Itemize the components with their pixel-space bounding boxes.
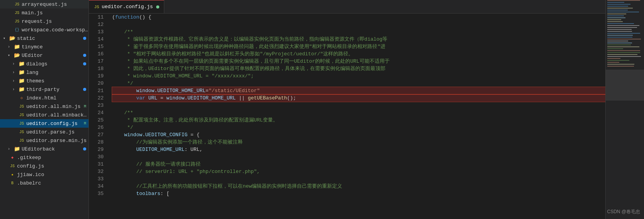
modified-dot xyxy=(83,37,86,40)
token: () { xyxy=(139,14,151,20)
tab-ueditor-config[interactable]: JS ueditor.config.js xyxy=(89,0,164,13)
chevron-icon xyxy=(12,62,19,66)
sidebar-item-third-party[interactable]: 📁third-party xyxy=(0,85,89,94)
code-line: //为编辑器实例添加一个路径，这个不能被注释 xyxy=(112,139,605,146)
tab-bar: JS ueditor.config.js xyxy=(89,0,605,14)
code-line: * 如果站点中有多个不在同一层级的页面需要实例化编辑器，且引用了同一UEdito… xyxy=(112,58,605,65)
token: = xyxy=(206,88,209,94)
chevron-icon xyxy=(12,79,19,83)
sidebar-item-label: ueditor.config.js xyxy=(26,121,84,127)
sidebar-item-ueditor-parse-min-js[interactable]: JSueditor.parse.min.js xyxy=(0,136,89,145)
sidebar-item-jjiaw-ico[interactable]: ★jjiaw.ico xyxy=(0,170,89,179)
sidebar-item-label: index.html xyxy=(26,95,89,101)
code-line xyxy=(112,175,605,183)
html-icon: ◇ xyxy=(19,96,25,100)
folder-icon: 📁 xyxy=(19,78,25,84)
sidebar-item-label: UEditorback xyxy=(22,146,83,152)
line-number: 22 xyxy=(89,94,104,102)
token: getUEBasePath xyxy=(248,95,287,101)
sidebar-item-gitkeep[interactable]: ◆.gitkeep xyxy=(0,153,89,162)
js-icon: JS xyxy=(19,113,25,117)
tab-js-icon: JS xyxy=(94,5,100,9)
editor-area: JS ueditor.config.js 1112131415161718192… xyxy=(89,0,605,219)
code-line: // serverUrl: URL + "php/controller.php"… xyxy=(112,168,605,175)
sidebar-item-ueditorback[interactable]: 📁UEditorback xyxy=(0,145,89,153)
minimap-slider[interactable] xyxy=(606,70,644,101)
sidebar-item-label: themes xyxy=(26,78,89,84)
sidebar-item-main-js[interactable]: JSmain.js xyxy=(0,9,89,17)
badge: M xyxy=(84,104,86,109)
code-line: //工具栏上的所有的功能按钮和下拉框，可以在new编辑器的实例时选择自己需要的重… xyxy=(112,183,605,190)
line-number: 15 xyxy=(89,43,104,50)
line-number: 11 xyxy=(89,14,104,21)
token: URL xyxy=(145,95,160,101)
code-line: (function() { xyxy=(112,14,605,21)
line-number: 17 xyxy=(89,58,104,65)
code-line: */ xyxy=(112,124,605,131)
sidebar-item-label: main.js xyxy=(22,10,89,16)
folder-icon: 📂 xyxy=(9,35,15,41)
line-number: 31 xyxy=(89,161,104,168)
minimap xyxy=(605,0,644,219)
sidebar-item-request-js[interactable]: JSrequest.js xyxy=(0,17,89,26)
sidebar-item-lang[interactable]: 📁lang xyxy=(0,68,89,77)
js-icon: JS xyxy=(19,121,25,126)
sidebar-item-label: request.js xyxy=(22,19,89,24)
js-icon: JS xyxy=(19,104,25,109)
sidebar-item-ueditor-all-min-js[interactable]: JSueditor.all.min.jsM xyxy=(0,102,89,111)
code-line: /** xyxy=(112,28,605,36)
sidebar-item-tinymce[interactable]: 📁tinymce xyxy=(0,43,89,51)
chevron-icon xyxy=(12,87,19,92)
watermark: CSDN @卷毛忠 xyxy=(607,209,640,215)
sidebar-item-workspace[interactable]: {}workspace.code-workspace xyxy=(0,26,89,34)
code-line: var URL = window.UEDITOR_HOME_URL || get… xyxy=(112,94,605,102)
token: */ xyxy=(112,80,133,86)
line-number: 14 xyxy=(89,36,104,43)
sidebar-item-babelrc[interactable]: B.babelrc xyxy=(0,179,89,187)
sidebar-item-dialogs[interactable]: 📁dialogs xyxy=(0,60,89,68)
sidebar-item-label: dialogs xyxy=(26,61,83,67)
sidebar-item-label: arrayrequest.js xyxy=(22,2,89,7)
sidebar-item-config-js[interactable]: JSconfig.js xyxy=(0,162,89,170)
sidebar-item-label: jjiaw.ico xyxy=(17,172,89,178)
sidebar-item-index-html[interactable]: ◇index.html xyxy=(0,94,89,102)
js-icon: JS xyxy=(14,2,20,7)
folder-icon: 📁 xyxy=(14,44,20,50)
tab-label: ueditor.config.js xyxy=(102,4,153,10)
chevron-icon xyxy=(12,70,19,75)
code-line: * window.UEDITOR_HOME_URL = "/xxxx/xxxx/… xyxy=(112,72,605,80)
token: /** xyxy=(112,29,133,35)
minimap-content xyxy=(606,0,644,219)
line-number: 27 xyxy=(89,131,104,139)
sidebar-item-ueditor-parse-js[interactable]: JSueditor.parse.js xyxy=(0,128,89,136)
code-line xyxy=(112,102,605,109)
chevron-icon xyxy=(3,36,9,41)
sidebar-item-ueditor[interactable]: 📂UEditor xyxy=(0,51,89,60)
line-number: 28 xyxy=(89,139,104,146)
token: * window.UEDITOR_HOME_URL = "/xxxx/xxxx/… xyxy=(112,73,254,79)
sidebar-item-ueditor-config-js[interactable]: JSueditor.config.jsM xyxy=(0,119,89,128)
line-number: 33 xyxy=(89,175,104,183)
code-content[interactable]: (function() { /** * 编辑器资源文件根路径。它所表示的含义是：… xyxy=(108,14,605,219)
token: //为编辑器实例添加一个路径，这个不能被注释 xyxy=(112,139,243,145)
line-number: 23 xyxy=(89,102,104,109)
sidebar-item-themes[interactable]: 📁themes xyxy=(0,77,89,85)
line-number: 12 xyxy=(89,21,104,28)
code-line: toolbars: [ xyxy=(112,190,605,197)
code-line xyxy=(112,153,605,161)
sidebar-item-static[interactable]: 📂static xyxy=(0,34,89,43)
line-number: 34 xyxy=(89,183,104,190)
token: * 因此，UEditor提供了针对不同页面的编辑器可单独配置的根路径，具体来说，… xyxy=(112,66,385,72)
token: var xyxy=(136,95,145,101)
token: * 配置项主体。注意，此处所有涉及到路径的配置别遗漏URL变量。 xyxy=(112,117,278,123)
workspace-icon: {} xyxy=(14,28,20,32)
sidebar-item-arrayrequest-js[interactable]: JSarrayrequest.js xyxy=(0,0,89,9)
ico-icon: ★ xyxy=(9,172,15,177)
sidebar-item-ueditor-all-minback-js[interactable]: JSueditor.all.minback.js xyxy=(0,111,89,119)
sidebar-item-label: ueditor.all.minback.js xyxy=(26,112,89,118)
folder-icon: 📁 xyxy=(19,86,25,92)
token: || xyxy=(236,95,248,101)
line-number: 32 xyxy=(89,168,104,175)
line-number: 16 xyxy=(89,50,104,58)
sidebar-item-label: tinymce xyxy=(22,44,89,50)
